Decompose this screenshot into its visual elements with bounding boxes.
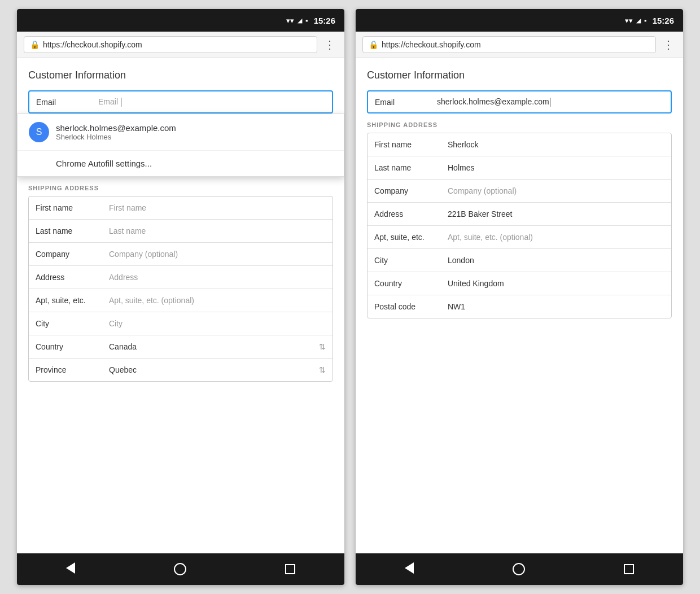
province-arrows-left: ⇅ <box>319 365 326 374</box>
address-form-left: First name First name Last name Last nam… <box>28 196 333 382</box>
city-input-right[interactable]: London <box>448 256 664 265</box>
autofill-settings-text: Chrome Autofill settings... <box>29 159 152 168</box>
autofill-avatar: S <box>29 122 49 142</box>
country-row-left[interactable]: Country Canada ⇅ <box>29 335 333 359</box>
email-field-right[interactable]: Email sherlock.holmes@example.com <box>367 90 672 113</box>
postal-row-right[interactable]: Postal code NW1 <box>368 295 671 318</box>
country-label-right: Country <box>374 279 448 288</box>
home-button-right[interactable] <box>501 558 536 580</box>
shipping-section-right: SHIPPING ADDRESS <box>367 121 672 128</box>
first-name-input-right[interactable]: Sherlock <box>448 140 664 149</box>
country-label-left: Country <box>36 342 109 351</box>
email-input-right[interactable]: sherlock.holmes@example.com <box>437 97 664 107</box>
cursor-left <box>121 98 121 107</box>
apt-input-right[interactable]: Apt, suite, etc. (optional) <box>448 233 664 242</box>
autofill-settings[interactable]: Chrome Autofill settings... <box>18 151 344 176</box>
autofill-suggestion[interactable]: S sherlock.holmes@example.com Sherlock H… <box>18 114 344 151</box>
apt-row-right[interactable]: Apt, suite, etc. Apt, suite, etc. (optio… <box>368 226 671 249</box>
province-label-left: Province <box>36 365 109 374</box>
url-domain-right: checkout.shopify.com <box>405 40 481 49</box>
apt-row-left[interactable]: Apt, suite, etc. Apt, suite, etc. (optio… <box>29 289 333 312</box>
bottom-nav-left <box>17 553 344 585</box>
bottom-nav-right <box>356 553 683 585</box>
first-name-row-left[interactable]: First name First name <box>29 196 333 220</box>
battery-icon-right: ▪ <box>644 16 647 25</box>
apt-input-left[interactable]: Apt, suite, etc. (optional) <box>109 296 326 305</box>
country-select-left[interactable]: Canada <box>109 342 319 351</box>
country-arrows-left: ⇅ <box>319 342 326 351</box>
address-row-left[interactable]: Address Address <box>29 266 333 289</box>
email-input-left[interactable]: Email <box>98 97 325 107</box>
first-name-row-right[interactable]: First name Sherlock <box>368 133 671 156</box>
autofill-email: sherlock.holmes@example.com <box>56 123 176 133</box>
last-name-label-right: Last name <box>374 163 448 172</box>
email-field-left[interactable]: Email Email <box>28 90 333 113</box>
url-bar-right[interactable]: 🔒 https://checkout.shopify.com <box>362 36 656 53</box>
last-name-input-left[interactable]: Last name <box>109 226 326 235</box>
company-input-left[interactable]: Company (optional) <box>109 250 326 259</box>
recents-button-right[interactable] <box>613 560 645 579</box>
company-row-left[interactable]: Company Company (optional) <box>29 243 333 266</box>
province-row-left[interactable]: Province Quebec ⇅ <box>29 359 333 381</box>
recents-button-left[interactable] <box>274 560 307 579</box>
address-label-left: Address <box>36 273 109 282</box>
last-name-input-right[interactable]: Holmes <box>448 163 664 172</box>
browser-bar-right: 🔒 https://checkout.shopify.com ⋮ <box>356 32 683 58</box>
first-name-input-left[interactable]: First name <box>109 203 326 212</box>
left-phone: ▾▾ ◢ ▪ 15:26 🔒 https://checkout.shopify.… <box>17 9 344 585</box>
country-select-right[interactable]: United Kingdom <box>448 279 664 288</box>
back-button-left[interactable] <box>55 558 86 581</box>
page-content-left: Customer Information Email Email S sherl… <box>17 58 344 553</box>
email-placeholder-left: Email <box>98 97 118 106</box>
page-title-right: Customer Information <box>367 69 672 81</box>
postal-label-right: Postal code <box>374 302 448 311</box>
menu-dots-right[interactable]: ⋮ <box>660 38 676 51</box>
url-text-right: https://checkout.shopify.com <box>382 40 481 49</box>
city-label-right: City <box>374 256 448 265</box>
city-row-left[interactable]: City City <box>29 312 333 335</box>
first-name-label-left: First name <box>36 203 109 212</box>
company-row-right[interactable]: Company Company (optional) <box>368 180 671 203</box>
page-title-left: Customer Information <box>28 69 333 81</box>
province-select-left[interactable]: Quebec <box>109 365 319 374</box>
autofill-info: sherlock.holmes@example.com Sherlock Hol… <box>56 123 176 141</box>
url-bar-left[interactable]: 🔒 https://checkout.shopify.com <box>24 36 317 53</box>
signal-icon-right: ◢ <box>636 17 641 24</box>
first-name-label-right: First name <box>374 140 448 149</box>
address-input-right[interactable]: 221B Baker Street <box>448 209 664 219</box>
email-value-right: sherlock.holmes@example.com <box>437 97 549 106</box>
company-label-right: Company <box>374 186 448 195</box>
status-bar-right: ▾▾ ◢ ▪ 15:26 <box>356 9 683 32</box>
url-https-left: https:// <box>43 40 67 49</box>
company-input-right[interactable]: Company (optional) <box>448 186 664 195</box>
company-label-left: Company <box>36 250 109 259</box>
wifi-icon: ▾▾ <box>286 16 294 25</box>
last-name-row-left[interactable]: Last name Last name <box>29 220 333 243</box>
time-right: 15:26 <box>653 16 674 25</box>
page-content-right: Customer Information Email sherlock.holm… <box>356 58 683 553</box>
email-label-left: Email <box>36 98 98 107</box>
address-input-left[interactable]: Address <box>109 273 326 282</box>
url-https-right: https:// <box>382 40 405 49</box>
city-row-right[interactable]: City London <box>368 249 671 272</box>
apt-label-right: Apt, suite, etc. <box>374 233 448 242</box>
url-text-left: https://checkout.shopify.com <box>43 40 142 49</box>
home-button-left[interactable] <box>163 558 198 580</box>
url-domain-left: checkout.shopify.com <box>67 40 142 49</box>
last-name-row-right[interactable]: Last name Holmes <box>368 156 671 180</box>
country-row-right[interactable]: Country United Kingdom <box>368 272 671 295</box>
address-row-right[interactable]: Address 221B Baker Street <box>368 203 671 226</box>
autofill-dropdown: S sherlock.holmes@example.com Sherlock H… <box>17 113 344 177</box>
apt-label-left: Apt, suite, etc. <box>36 296 109 305</box>
status-bar-left: ▾▾ ◢ ▪ 15:26 <box>17 9 344 32</box>
address-label-right: Address <box>374 209 448 219</box>
wifi-icon-right: ▾▾ <box>625 16 633 25</box>
city-input-left[interactable]: City <box>109 319 326 328</box>
menu-dots-left[interactable]: ⋮ <box>322 38 338 51</box>
postal-input-right[interactable]: NW1 <box>448 302 664 311</box>
back-button-right[interactable] <box>393 558 425 581</box>
lock-icon-left: 🔒 <box>30 40 40 49</box>
status-icons-left: ▾▾ ◢ ▪ 15:26 <box>286 16 335 25</box>
city-label-left: City <box>36 319 109 328</box>
time-left: 15:26 <box>314 16 335 25</box>
